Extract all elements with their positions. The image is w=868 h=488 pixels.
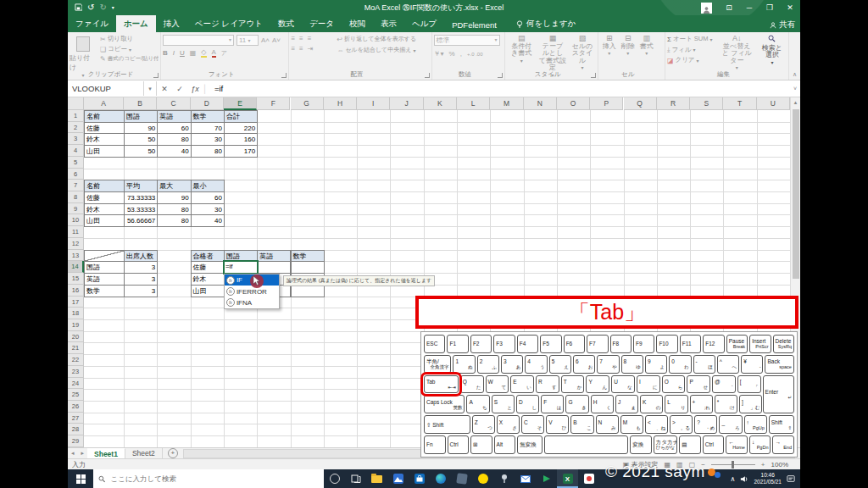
cell-A1[interactable]: 名前 bbox=[84, 110, 125, 123]
start-button[interactable] bbox=[68, 469, 93, 488]
sort-filter-button[interactable]: A↓並べ替えと フィルター▾ bbox=[720, 35, 754, 70]
row-header-7[interactable]: 7 bbox=[68, 180, 84, 191]
cell-A8[interactable]: 佐藤 bbox=[84, 191, 125, 204]
taskbar-icon-pin[interactable] bbox=[493, 469, 515, 488]
ribbon-display-options-icon[interactable]: ⊡ bbox=[719, 0, 739, 15]
taskbar-icon-store[interactable] bbox=[409, 469, 430, 488]
find-select-button[interactable]: 検索と 選択▾ bbox=[758, 35, 787, 70]
format-cells-button[interactable]: ▥書式▾ bbox=[637, 35, 656, 70]
column-header-B[interactable]: B bbox=[124, 97, 157, 110]
row-header-3[interactable]: 3 bbox=[68, 133, 84, 145]
taskbar-icon-cortana[interactable] bbox=[324, 469, 345, 488]
cell-A10[interactable]: 山田 bbox=[84, 214, 125, 227]
align-middle-icon[interactable]: ≡ bbox=[299, 35, 303, 42]
column-header-M[interactable]: M bbox=[490, 97, 523, 110]
share-button[interactable]: 共有 bbox=[770, 19, 795, 30]
name-box[interactable]: VLOOKUP bbox=[68, 81, 144, 96]
align-bottom-icon[interactable]: ≡ bbox=[308, 35, 312, 42]
row-header-22[interactable]: 22 bbox=[68, 354, 84, 366]
new-sheet-button[interactable]: + bbox=[168, 448, 178, 458]
cell-C10[interactable]: 80 bbox=[157, 214, 191, 227]
account-avatar[interactable] bbox=[701, 3, 712, 14]
cell-D2[interactable]: 70 bbox=[191, 122, 225, 135]
tab-ホーム[interactable]: ホーム bbox=[116, 15, 156, 32]
cell-styles-button[interactable]: ▧セルのスタイル▾ bbox=[569, 35, 596, 70]
column-header-E[interactable]: E bbox=[224, 97, 257, 110]
taskbar-icon-file-explorer[interactable] bbox=[366, 469, 387, 488]
cell-B15[interactable]: 3 bbox=[124, 273, 158, 286]
tab-校閲[interactable]: 校閲 bbox=[342, 15, 373, 32]
dialog-launcher-icon[interactable] bbox=[425, 73, 430, 78]
row-header-23[interactable]: 23 bbox=[68, 366, 84, 378]
row-header-11[interactable]: 11 bbox=[68, 226, 84, 238]
cell-A4[interactable]: 山田 bbox=[84, 145, 125, 158]
row-header-19[interactable]: 19 bbox=[68, 319, 84, 331]
cell-D1[interactable]: 数学 bbox=[191, 110, 225, 123]
cell-A2[interactable]: 佐藤 bbox=[84, 122, 125, 135]
tab-file[interactable]: ファイル bbox=[68, 15, 116, 32]
cell-D4[interactable]: 80 bbox=[191, 145, 225, 158]
cell-B14[interactable]: 3 bbox=[124, 261, 158, 274]
restore-button[interactable]: ❐ bbox=[760, 0, 780, 15]
autocomplete-item-IFNA[interactable]: fxIFNA bbox=[225, 297, 279, 308]
cell-C1[interactable]: 英語 bbox=[157, 110, 191, 123]
row-header-26[interactable]: 26 bbox=[68, 401, 84, 413]
cell-E2[interactable]: 220 bbox=[224, 122, 258, 135]
taskbar-icon-app-green[interactable] bbox=[536, 469, 557, 488]
scrollbar-thumb[interactable] bbox=[793, 109, 799, 279]
grow-font-icon[interactable]: A˄ bbox=[261, 36, 270, 44]
column-header-A[interactable]: A bbox=[84, 97, 124, 110]
row-header-28[interactable]: 28 bbox=[68, 424, 84, 435]
undo-icon[interactable]: ↺ bbox=[87, 3, 94, 12]
cell-B2[interactable]: 90 bbox=[124, 122, 158, 135]
cell-C7[interactable]: 最大 bbox=[157, 180, 191, 192]
taskbar-icon-edge[interactable] bbox=[430, 469, 451, 488]
taskbar-icon-excel[interactable]: X bbox=[557, 469, 578, 488]
tab-ヘルプ[interactable]: ヘルプ bbox=[404, 15, 444, 32]
phonetic-icon[interactable]: ア bbox=[221, 49, 227, 58]
row-header-27[interactable]: 27 bbox=[68, 413, 84, 424]
cell-B10[interactable]: 56.66667 bbox=[124, 214, 158, 227]
tell-me-box[interactable]: 何をしますか bbox=[516, 19, 576, 32]
sheet-nav-left-icon[interactable]: ◂ bbox=[68, 450, 78, 457]
decimal-icons[interactable]: +.0 .00 bbox=[467, 52, 483, 57]
cancel-entry-icon[interactable]: ✕ bbox=[157, 85, 172, 93]
column-header-D[interactable]: D bbox=[191, 97, 224, 110]
tab-PDFelement[interactable]: PDFelement bbox=[444, 17, 504, 32]
autocomplete-item-IFERROR[interactable]: fxIFERROR bbox=[225, 286, 279, 297]
tray-expand-icon[interactable]: ∧ bbox=[731, 475, 736, 483]
zoom-slider-thumb[interactable] bbox=[732, 461, 734, 469]
column-header-T[interactable]: T bbox=[723, 97, 756, 110]
row-header-18[interactable]: 18 bbox=[68, 308, 84, 319]
cell-G14[interactable] bbox=[291, 261, 325, 274]
row-header-8[interactable]: 8 bbox=[68, 191, 84, 203]
dialog-launcher-icon[interactable] bbox=[153, 73, 159, 78]
cell-A3[interactable]: 鈴木 bbox=[84, 133, 125, 146]
borders-icon[interactable]: ▦ bbox=[190, 49, 197, 57]
cell-B13[interactable]: 出席人数 bbox=[124, 250, 158, 263]
tab-データ[interactable]: データ bbox=[302, 15, 342, 32]
cell-D8[interactable]: 60 bbox=[191, 191, 225, 204]
delete-cells-button[interactable]: ⊟削除▾ bbox=[619, 35, 637, 70]
cell-A15[interactable]: 英語 bbox=[84, 273, 125, 286]
column-header-Q[interactable]: Q bbox=[624, 97, 657, 110]
row-header-17[interactable]: 17 bbox=[68, 297, 84, 308]
cell-B3[interactable]: 50 bbox=[124, 133, 158, 146]
scroll-up-icon[interactable]: ▲ bbox=[791, 97, 800, 108]
cell-D15[interactable]: 鈴木 bbox=[191, 273, 225, 286]
taskbar-icon-recorder[interactable] bbox=[578, 469, 599, 488]
fill-button[interactable]: ⤓フィル ▾ bbox=[667, 46, 716, 54]
currency-format-icon[interactable]: ￥▾ bbox=[434, 49, 444, 58]
column-header-C[interactable]: C bbox=[157, 97, 190, 110]
column-header-S[interactable]: S bbox=[690, 97, 723, 110]
expand-formula-bar-icon[interactable]: ˅ bbox=[793, 86, 797, 92]
redo-icon[interactable]: ↻ bbox=[99, 3, 106, 12]
tab-表示[interactable]: 表示 bbox=[373, 15, 404, 32]
cell-E1[interactable]: 合計 bbox=[224, 110, 258, 123]
row-header-15[interactable]: 15 bbox=[68, 273, 84, 285]
speaker-icon[interactable] bbox=[740, 471, 748, 486]
cell-B16[interactable]: 3 bbox=[124, 285, 158, 297]
align-top-icon[interactable]: ≡ bbox=[291, 35, 295, 42]
cell-C4[interactable]: 40 bbox=[157, 145, 191, 158]
dialog-launcher-icon[interactable] bbox=[591, 73, 596, 78]
